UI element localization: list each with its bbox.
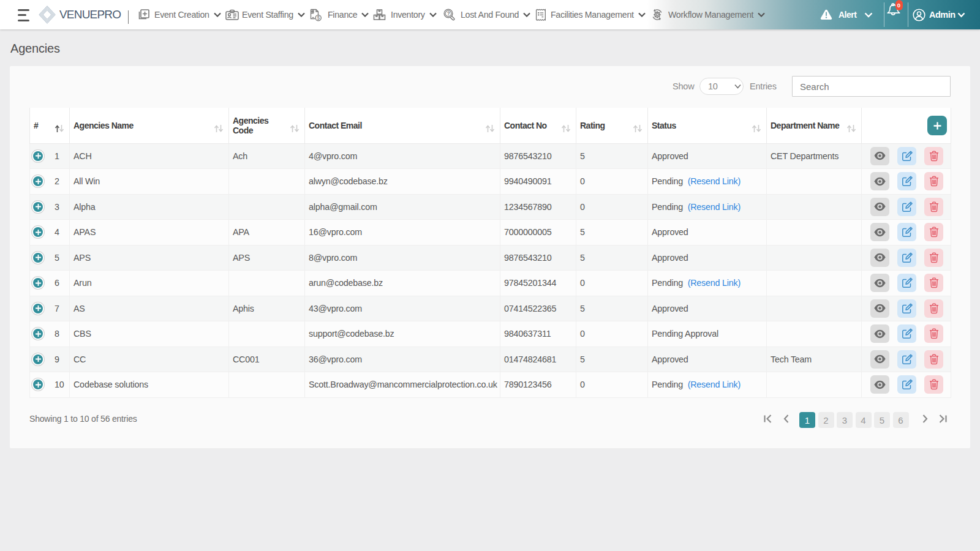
- svg-text:?: ?: [447, 11, 450, 17]
- svg-text:$: $: [317, 15, 320, 21]
